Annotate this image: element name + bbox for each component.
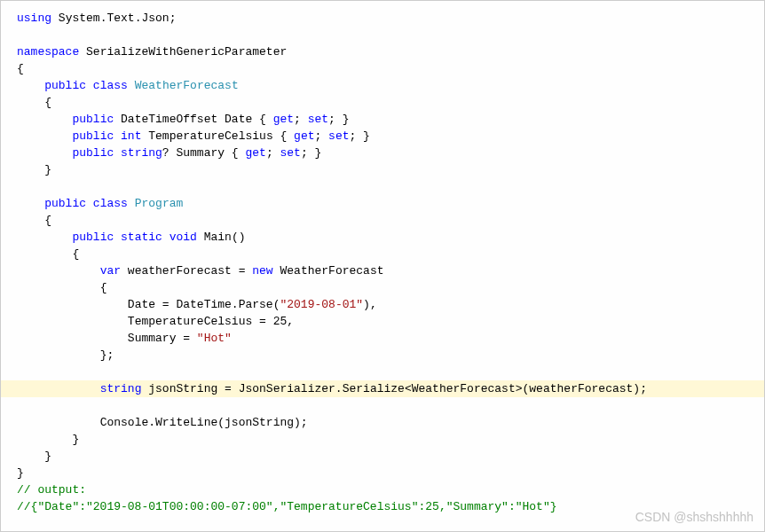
keyword-class: class	[93, 79, 128, 92]
keyword-var: var	[100, 264, 121, 278]
type-ref: WeatherForecast	[280, 264, 383, 278]
brace: {	[44, 214, 51, 227]
keyword-public: public	[44, 79, 86, 92]
code-block: using System.Text.Json; namespace Serial…	[1, 1, 764, 524]
string-literal: "Hot"	[197, 332, 232, 345]
namespace-decl: SerializeWithGenericParameter	[86, 45, 287, 59]
brace: }	[44, 163, 51, 176]
keyword-static: static	[121, 231, 162, 244]
brace: {	[17, 62, 24, 75]
line: namespace SerializeWithGenericParameter	[17, 45, 287, 59]
line: using System.Text.Json;	[17, 12, 176, 25]
type-dto: DateTimeOffset	[121, 113, 217, 126]
assign-summary: Summary =	[128, 332, 197, 345]
string-literal: "2019-08-01"	[280, 298, 363, 311]
brace: }	[44, 450, 51, 463]
highlighted-line: string jsonString = JsonSerializer.Seria…	[1, 380, 764, 397]
brace: {	[44, 96, 51, 109]
comment-output: // output:	[17, 483, 86, 497]
console-write: Console.WriteLine(jsonString);	[100, 416, 308, 429]
brace: }	[72, 433, 79, 446]
comment-json: //{"Date":"2019-08-01T00:00:00-07:00","T…	[17, 500, 557, 513]
assign-temp: TemperatureCelsius = 25,	[128, 315, 294, 328]
class-name: WeatherForecast	[135, 79, 239, 92]
keyword-string: string	[121, 146, 162, 160]
brace: }	[17, 466, 24, 480]
assign-date: Date = DateTime.Parse(	[128, 298, 280, 311]
class-program: Program	[135, 197, 184, 210]
namespace-ref: System.Text.Json	[59, 12, 170, 25]
keyword-using: using	[17, 12, 51, 25]
generic-type: WeatherForecast	[412, 382, 516, 395]
keyword-new: new	[252, 264, 272, 278]
keyword-int: int	[121, 129, 141, 143]
brace: {	[100, 281, 107, 294]
keyword-void: void	[170, 231, 197, 244]
brace: };	[100, 348, 114, 362]
keyword-namespace: namespace	[17, 45, 79, 59]
brace: {	[72, 247, 79, 261]
method-main: Main	[204, 231, 232, 244]
